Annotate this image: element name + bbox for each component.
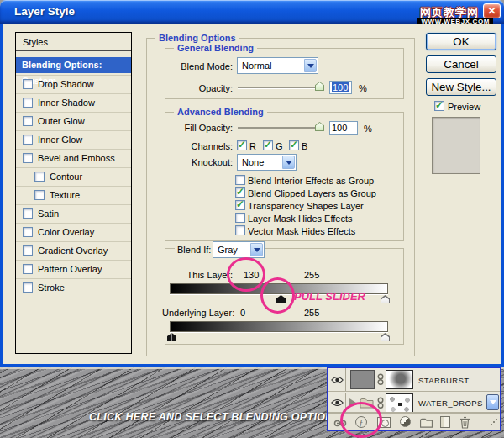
this-layer-label: This Layer: [174,270,233,280]
blend-clipped-label: Blend Clipped Layers as Group [248,188,376,198]
underlying-high-value: 255 [304,308,319,318]
blend-clipped-checkbox[interactable] [235,187,245,198]
eye-icon [331,398,344,407]
ok-button[interactable]: OK [426,33,496,50]
layer-mask-hides-label: Layer Mask Hides Effects [248,214,353,224]
transparency-shapes-checkbox[interactable] [235,200,245,210]
cancel-button[interactable]: Cancel [426,55,496,73]
sidebar-item-texture[interactable]: Texture [16,186,131,204]
new-layer-icon[interactable] [440,416,450,430]
underlying-low-value: 0 [240,308,245,318]
texture-checkbox[interactable] [34,190,45,200]
preview-checkbox[interactable] [434,101,444,111]
inner-glow-checkbox[interactable] [23,135,33,145]
satin-checkbox[interactable] [23,208,33,219]
sidebar-item-inner-glow[interactable]: Inner Glow [16,130,131,149]
fill-opacity-slider-thumb[interactable] [315,122,324,131]
layer-name[interactable]: WATER_DROPS [418,398,483,408]
new-style-button[interactable]: New Style... [426,78,496,96]
close-icon[interactable]: ✕ [483,3,501,18]
layer-thumbnail[interactable] [386,393,413,413]
scroll-down-icon[interactable] [486,394,499,410]
chevron-down-icon[interactable] [282,156,295,169]
blend-if-select[interactable]: Gray [213,241,265,258]
link-chain-icon [377,373,384,386]
layer-color-thumbnail[interactable] [350,370,375,389]
vector-mask-hides-label: Vector Mask Hides Effects [248,226,355,236]
opacity-slider-track[interactable] [238,87,315,88]
fill-opacity-slider-track[interactable] [238,127,315,129]
blend-interior-checkbox[interactable] [235,175,245,185]
sidebar-item-pattern-overlay[interactable]: Pattern Overlay [16,260,131,278]
outer-glow-checkbox[interactable] [23,116,33,126]
sidebar-item-gradient-overlay[interactable]: Gradient Overlay [16,241,131,260]
underlying-white-slider[interactable] [381,333,390,341]
pattern-overlay-checkbox[interactable] [23,264,33,274]
preview-label: Preview [448,102,480,112]
channel-b-label: B [302,141,307,151]
blending-options-legend: Blending Options [155,33,239,43]
resize-grip[interactable] [490,418,498,426]
underlying-layer-label: Underlying Layer: [162,308,234,318]
gradient-overlay-checkbox[interactable] [23,245,33,256]
this-layer-high-value: 255 [304,270,319,280]
visibility-toggle[interactable] [328,368,346,391]
channel-r-checkbox[interactable] [237,140,247,150]
stroke-checkbox[interactable] [23,282,33,293]
layer-thumbnail[interactable] [386,370,413,389]
underlying-gradient-bar[interactable] [170,321,388,332]
bevel-emboss-checkbox[interactable] [23,153,33,163]
pull-slider-annotation: PULL SLIDER [294,290,365,303]
sidebar-item-color-overlay[interactable]: Color Overlay [16,223,131,241]
layer-row-starburst[interactable]: STARBURST [328,368,500,392]
link-chain-icon [377,397,384,409]
fill-opacity-value-field[interactable]: 100 [329,121,358,135]
sidebar-item-drop-shadow[interactable]: Drop Shadow [16,75,131,93]
contour-checkbox[interactable] [34,172,45,182]
layer-name[interactable]: STARBURST [418,375,469,384]
sidebar-item-contour[interactable]: Contour [16,167,131,186]
eye-icon [331,376,344,384]
knockout-select[interactable]: None [237,154,297,171]
channel-b-checkbox[interactable] [289,140,299,150]
inner-shadow-checkbox[interactable] [23,98,33,108]
sidebar-item-outer-glow[interactable]: Outer Glow [16,112,131,130]
styles-list: Styles Blending Options: Custom Drop Sha… [15,32,132,354]
blend-interior-label: Blend Interior Effects as Group [248,176,374,186]
sidebar-item-inner-shadow[interactable]: Inner Shadow [16,93,131,112]
advanced-blending-group: Advanced Blending Fill Opacity: 100 % Ch… [165,112,404,241]
sidebar-item-satin[interactable]: Satin [16,204,131,223]
preview-thumbnail [432,117,480,174]
drop-shadow-checkbox[interactable] [23,79,33,89]
annotation-circle-fx [340,402,382,438]
general-blending-legend: General Blending [174,43,257,53]
fill-opacity-label: Fill Opacity: [174,123,233,133]
underlying-black-slider[interactable] [167,333,176,341]
tutorial-caption: CLICK HERE AND SELECT BLENDING OPTIONS [89,411,340,423]
chevron-down-icon[interactable] [304,59,317,72]
window-title: Layer Style [14,5,75,18]
sidebar-item-bevel-emboss[interactable]: Bevel and Emboss [16,149,131,167]
sidebar-item-blending-options[interactable]: Blending Options: Custom [16,57,131,73]
blend-if-label: Blend If: [175,245,213,255]
color-overlay-checkbox[interactable] [23,227,33,237]
fill-opacity-unit: % [364,124,372,134]
knockout-label: Knockout: [174,157,233,167]
opacity-slider-thumb[interactable] [315,82,324,91]
transparency-shapes-label: Transparency Shapes Layer [248,201,364,211]
sidebar-item-stroke[interactable]: Stroke [16,278,131,297]
opacity-unit: % [359,83,367,93]
this-layer-white-slider[interactable] [381,295,390,303]
layer-mask-hides-checkbox[interactable] [235,213,245,223]
chevron-down-icon[interactable] [250,243,263,256]
dialog-body: Styles Blending Options: Custom Drop Sha… [0,24,504,367]
opacity-value-field[interactable]: 100 [329,81,352,94]
titlebar[interactable]: Layer Style 网页教学网 WWW.WEBJX.COM ✕ [0,0,504,24]
adjustment-layer-icon[interactable] [400,416,411,429]
blend-mode-select[interactable]: Normal [237,57,318,74]
trash-icon[interactable] [459,416,470,430]
new-group-icon[interactable] [419,418,433,430]
vector-mask-hides-checkbox[interactable] [235,225,245,235]
channel-g-checkbox[interactable] [263,140,273,150]
annotation-circle-130 [227,257,265,292]
